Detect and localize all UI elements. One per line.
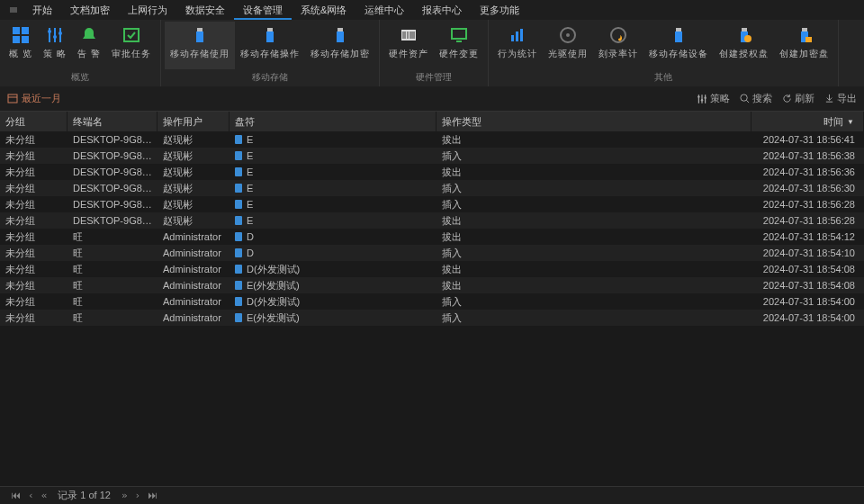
disk-icon <box>235 151 242 160</box>
cell-terminal: DESKTOP-9G8NA80 <box>68 215 158 226</box>
toolbar-export[interactable]: 导出 <box>824 92 857 105</box>
column-header-time-label: 时间 <box>824 115 843 129</box>
disk-icon <box>235 313 242 322</box>
ribbon-alert[interactable]: 告 警 <box>72 22 106 69</box>
ribbon-usb-op[interactable]: 移动存储操作 <box>235 22 305 69</box>
svg-point-21 <box>611 28 626 42</box>
column-header-user[interactable]: 操作用户 <box>158 112 230 131</box>
menu-2[interactable]: 上网行为 <box>119 1 176 20</box>
menu-0[interactable]: 开始 <box>23 1 61 20</box>
barcode-icon <box>399 25 418 45</box>
menu-5[interactable]: 系统&网络 <box>292 1 356 20</box>
cell-group: 未分组 <box>0 214 68 228</box>
table-row[interactable]: 未分组DESKTOP-9G8NA80赵现彬E拔出2024-07-31 18:56… <box>0 131 864 148</box>
usb-icon <box>190 25 210 45</box>
table-row[interactable]: 未分组旺AdministratorE(外发测试)插入2024-07-31 18:… <box>0 310 864 326</box>
pager-next[interactable]: › <box>131 490 145 501</box>
cell-user: 赵现彬 <box>158 182 230 195</box>
menu-1[interactable]: 文档加密 <box>61 1 119 20</box>
toolbar-search[interactable]: 搜索 <box>739 92 772 105</box>
pager-prev-page[interactable]: « <box>38 490 51 501</box>
system-menu-icon[interactable] <box>7 4 20 16</box>
column-header-time[interactable]: 时间 ▼ <box>752 112 864 131</box>
date-range-filter[interactable]: 最近一月 <box>7 92 61 105</box>
svg-rect-0 <box>13 27 20 34</box>
ribbon-label: 移动存储使用 <box>170 49 230 59</box>
svg-rect-10 <box>266 32 274 42</box>
pager-next-page[interactable]: » <box>118 490 131 501</box>
ribbon-label: 硬件资产 <box>389 49 428 59</box>
column-header-terminal[interactable]: 终端名 <box>68 112 158 131</box>
table-row[interactable]: 未分组旺AdministratorE(外发测试)拔出2024-07-31 18:… <box>0 277 864 293</box>
ribbon-usb-use[interactable]: 移动存储使用 <box>165 22 235 69</box>
cell-terminal: DESKTOP-9G8NA80 <box>68 199 158 210</box>
svg-rect-8 <box>196 32 203 42</box>
table-row[interactable]: 未分组旺AdministratorD(外发测试)拔出2024-07-31 18:… <box>0 261 864 277</box>
toolbar-policy-link[interactable]: 策略 <box>697 92 730 105</box>
cell-terminal: DESKTOP-9G8NA80 <box>68 150 158 161</box>
calendar-icon <box>7 93 18 105</box>
toolbar-label: 导出 <box>837 92 857 105</box>
check-icon <box>122 25 141 45</box>
ribbon-cd-use[interactable]: 光驱使用 <box>543 22 593 69</box>
toolbar-refresh[interactable]: 刷新 <box>781 92 814 105</box>
ribbon-label: 审批任务 <box>112 49 151 59</box>
ribbon-label: 告 警 <box>77 49 101 59</box>
table-row[interactable]: 未分组DESKTOP-9G8NA80赵现彬E插入2024-07-31 18:56… <box>0 180 864 196</box>
ribbon-create-enc[interactable]: 创建加密盘 <box>774 22 834 69</box>
cell-terminal: 旺 <box>68 279 158 292</box>
menu-7[interactable]: 报表中心 <box>413 1 471 20</box>
ribbon-group-label: 硬件管理 <box>383 69 484 86</box>
menu-4[interactable]: 设备管理 <box>234 1 292 20</box>
svg-rect-29 <box>806 37 812 42</box>
pager-last[interactable]: ⏭ <box>144 490 161 501</box>
column-header-optype[interactable]: 操作类型 <box>436 112 752 131</box>
menu-6[interactable]: 运维中心 <box>356 1 413 20</box>
ribbon-usb-dev[interactable]: 移动存储设备 <box>644 22 714 69</box>
ribbon-usb-enc[interactable]: 移动存储加密 <box>305 22 375 69</box>
svg-rect-15 <box>452 29 466 39</box>
table-row[interactable]: 未分组旺AdministratorD(外发测试)插入2024-07-31 18:… <box>0 293 864 310</box>
column-header-group[interactable]: 分组 <box>0 112 68 131</box>
cell-time: 2024-07-31 18:56:41 <box>752 134 864 145</box>
svg-rect-18 <box>520 29 523 41</box>
export-icon <box>824 94 834 104</box>
menu-3[interactable]: 数据安全 <box>176 1 234 20</box>
monitor-icon <box>449 25 469 45</box>
cell-time: 2024-07-31 18:56:28 <box>752 215 864 226</box>
pager-first[interactable]: ⏮ <box>7 490 24 501</box>
table-row[interactable]: 未分组旺AdministratorD插入2024-07-31 18:54:10 <box>0 245 864 261</box>
table-row[interactable]: 未分组DESKTOP-9G8NA80赵现彬E拔出2024-07-31 18:56… <box>0 164 864 180</box>
ribbon-policy[interactable]: 策 略 <box>38 22 72 69</box>
refresh-icon <box>781 94 792 104</box>
cell-terminal: 旺 <box>68 263 158 276</box>
cell-user: Administrator <box>158 296 230 307</box>
menu-8[interactable]: 更多功能 <box>471 1 528 20</box>
cell-drive: E <box>230 134 436 145</box>
cell-drive: E <box>230 199 436 210</box>
table-row[interactable]: 未分组DESKTOP-9G8NA80赵现彬E插入2024-07-31 18:56… <box>0 148 864 164</box>
cell-user: Administrator <box>158 231 230 242</box>
svg-rect-9 <box>197 28 202 32</box>
cell-terminal: 旺 <box>68 295 158 309</box>
ribbon-hw-change[interactable]: 硬件变更 <box>434 22 484 69</box>
ribbon-behavior[interactable]: 行为统计 <box>492 22 543 69</box>
column-header-drive[interactable]: 盘符 <box>230 112 436 131</box>
table-row[interactable]: 未分组DESKTOP-9G8NA80赵现彬E拔出2024-07-31 18:56… <box>0 212 864 229</box>
ribbon-label: 移动存储操作 <box>240 49 300 59</box>
ribbon-label: 创建加密盘 <box>779 49 829 59</box>
pager-prev[interactable]: ‹ <box>24 490 38 501</box>
cell-group: 未分组 <box>0 198 68 212</box>
cell-user: Administrator <box>158 280 230 291</box>
usb-key-icon <box>734 25 754 45</box>
ribbon-approve[interactable]: 审批任务 <box>106 22 157 69</box>
disk-icon <box>235 184 242 193</box>
sliders-icon <box>45 25 65 45</box>
ribbon-create-auth[interactable]: 创建授权盘 <box>714 22 774 69</box>
ribbon-hw-asset[interactable]: 硬件资产 <box>383 22 434 69</box>
table-row[interactable]: 未分组DESKTOP-9G8NA80赵现彬E插入2024-07-31 18:56… <box>0 196 864 212</box>
ribbon-burn[interactable]: 刻录率计 <box>593 22 644 69</box>
cell-group: 未分组 <box>0 295 68 309</box>
ribbon-overview[interactable]: 概 览 <box>4 22 38 69</box>
table-row[interactable]: 未分组旺AdministratorD拔出2024-07-31 18:54:12 <box>0 229 864 245</box>
